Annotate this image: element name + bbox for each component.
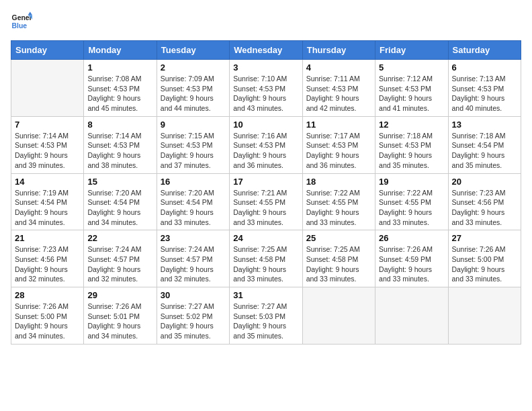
day-number: 19: [379, 177, 444, 187]
day-info: Sunrise: 7:20 AM Sunset: 4:54 PM Dayligh…: [87, 188, 152, 228]
day-info: Sunrise: 7:26 AM Sunset: 5:00 PM Dayligh…: [15, 302, 80, 341]
day-number: 17: [233, 177, 298, 187]
day-info: Sunrise: 7:25 AM Sunset: 4:58 PM Dayligh…: [306, 244, 371, 284]
day-number: 14: [15, 177, 80, 187]
calendar-cell: 18Sunrise: 7:22 AM Sunset: 4:55 PM Dayli…: [302, 173, 375, 230]
day-info: Sunrise: 7:23 AM Sunset: 4:56 PM Dayligh…: [452, 188, 517, 228]
calendar-cell: 28Sunrise: 7:26 AM Sunset: 5:00 PM Dayli…: [11, 287, 84, 345]
weekday-header-sunday: Sunday: [11, 41, 84, 60]
day-info: Sunrise: 7:16 AM Sunset: 4:53 PM Dayligh…: [233, 131, 298, 171]
calendar-cell: 26Sunrise: 7:26 AM Sunset: 4:59 PM Dayli…: [375, 230, 448, 287]
day-number: 20: [452, 177, 517, 187]
day-info: Sunrise: 7:21 AM Sunset: 4:55 PM Dayligh…: [233, 188, 298, 228]
calendar-cell: 16Sunrise: 7:20 AM Sunset: 4:54 PM Dayli…: [157, 173, 229, 230]
calendar-cell: 30Sunrise: 7:27 AM Sunset: 5:02 PM Dayli…: [157, 287, 229, 345]
day-info: Sunrise: 7:12 AM Sunset: 4:53 PM Dayligh…: [379, 74, 444, 113]
calendar-cell: 1Sunrise: 7:08 AM Sunset: 4:53 PM Daylig…: [84, 60, 157, 117]
day-number: 21: [15, 233, 80, 243]
calendar-cell: 27Sunrise: 7:26 AM Sunset: 5:00 PM Dayli…: [448, 230, 521, 287]
day-number: 27: [452, 233, 517, 243]
week-row-5: 28Sunrise: 7:26 AM Sunset: 5:00 PM Dayli…: [11, 287, 521, 345]
calendar-cell: 10Sunrise: 7:16 AM Sunset: 4:53 PM Dayli…: [230, 116, 302, 173]
day-number: 5: [379, 62, 444, 73]
day-info: Sunrise: 7:19 AM Sunset: 4:54 PM Dayligh…: [15, 188, 80, 228]
day-number: 1: [87, 62, 152, 73]
calendar-cell: 5Sunrise: 7:12 AM Sunset: 4:53 PM Daylig…: [375, 60, 448, 117]
day-info: Sunrise: 7:11 AM Sunset: 4:53 PM Dayligh…: [306, 74, 371, 113]
calendar-cell: 31Sunrise: 7:27 AM Sunset: 5:03 PM Dayli…: [230, 287, 302, 345]
day-number: 16: [161, 177, 226, 187]
day-number: 30: [161, 290, 226, 300]
calendar-cell: 13Sunrise: 7:18 AM Sunset: 4:54 PM Dayli…: [448, 116, 521, 173]
calendar-cell: [11, 60, 84, 117]
day-info: Sunrise: 7:09 AM Sunset: 4:53 PM Dayligh…: [161, 74, 226, 113]
day-info: Sunrise: 7:14 AM Sunset: 4:53 PM Dayligh…: [15, 131, 80, 171]
calendar-cell: 12Sunrise: 7:18 AM Sunset: 4:53 PM Dayli…: [375, 116, 448, 173]
day-number: 7: [15, 120, 80, 130]
svg-marker-2: [28, 12, 32, 15]
calendar-cell: 22Sunrise: 7:24 AM Sunset: 4:57 PM Dayli…: [84, 230, 157, 287]
day-info: Sunrise: 7:24 AM Sunset: 4:57 PM Dayligh…: [161, 244, 226, 284]
day-info: Sunrise: 7:15 AM Sunset: 4:53 PM Dayligh…: [161, 131, 226, 171]
day-info: Sunrise: 7:22 AM Sunset: 4:55 PM Dayligh…: [306, 188, 371, 228]
day-info: Sunrise: 7:25 AM Sunset: 4:58 PM Dayligh…: [233, 244, 298, 284]
calendar-body: 1Sunrise: 7:08 AM Sunset: 4:53 PM Daylig…: [11, 60, 521, 345]
calendar-cell: 9Sunrise: 7:15 AM Sunset: 4:53 PM Daylig…: [157, 116, 229, 173]
week-row-4: 21Sunrise: 7:23 AM Sunset: 4:56 PM Dayli…: [11, 230, 521, 287]
calendar-cell: 3Sunrise: 7:10 AM Sunset: 4:53 PM Daylig…: [230, 60, 302, 117]
day-info: Sunrise: 7:18 AM Sunset: 4:54 PM Dayligh…: [452, 131, 517, 171]
calendar-cell: 7Sunrise: 7:14 AM Sunset: 4:53 PM Daylig…: [11, 116, 84, 173]
weekday-header-monday: Monday: [84, 41, 157, 60]
logo: General Blue: [11, 11, 32, 32]
day-info: Sunrise: 7:10 AM Sunset: 4:53 PM Dayligh…: [233, 74, 298, 113]
day-number: 6: [452, 62, 517, 73]
day-info: Sunrise: 7:17 AM Sunset: 4:53 PM Dayligh…: [306, 131, 371, 171]
calendar-cell: 8Sunrise: 7:14 AM Sunset: 4:53 PM Daylig…: [84, 116, 157, 173]
logo-icon: General Blue: [11, 11, 32, 32]
calendar-cell: 14Sunrise: 7:19 AM Sunset: 4:54 PM Dayli…: [11, 173, 84, 230]
day-info: Sunrise: 7:26 AM Sunset: 5:00 PM Dayligh…: [452, 244, 517, 284]
day-info: Sunrise: 7:23 AM Sunset: 4:56 PM Dayligh…: [15, 244, 80, 284]
svg-text:Blue: Blue: [12, 22, 28, 30]
day-number: 8: [87, 120, 152, 130]
calendar-cell: 23Sunrise: 7:24 AM Sunset: 4:57 PM Dayli…: [157, 230, 229, 287]
calendar-cell: [375, 287, 448, 345]
weekday-header-row: SundayMondayTuesdayWednesdayThursdayFrid…: [11, 41, 521, 60]
day-number: 2: [161, 62, 226, 73]
day-number: 22: [87, 233, 152, 243]
day-number: 3: [233, 62, 298, 73]
week-row-3: 14Sunrise: 7:19 AM Sunset: 4:54 PM Dayli…: [11, 173, 521, 230]
weekday-header-saturday: Saturday: [448, 41, 521, 60]
day-info: Sunrise: 7:22 AM Sunset: 4:55 PM Dayligh…: [379, 188, 444, 228]
day-info: Sunrise: 7:26 AM Sunset: 4:59 PM Dayligh…: [379, 244, 444, 284]
day-info: Sunrise: 7:26 AM Sunset: 5:01 PM Dayligh…: [87, 302, 152, 341]
day-info: Sunrise: 7:08 AM Sunset: 4:53 PM Dayligh…: [87, 74, 152, 113]
day-number: 12: [379, 120, 444, 130]
day-number: 15: [87, 177, 152, 187]
weekday-header-thursday: Thursday: [302, 41, 375, 60]
weekday-header-wednesday: Wednesday: [230, 41, 302, 60]
day-info: Sunrise: 7:20 AM Sunset: 4:54 PM Dayligh…: [161, 188, 226, 228]
day-number: 9: [161, 120, 226, 130]
calendar-cell: 24Sunrise: 7:25 AM Sunset: 4:58 PM Dayli…: [230, 230, 302, 287]
day-number: 29: [87, 290, 152, 300]
day-info: Sunrise: 7:14 AM Sunset: 4:53 PM Dayligh…: [87, 131, 152, 171]
calendar-table: SundayMondayTuesdayWednesdayThursdayFrid…: [11, 40, 521, 345]
calendar-cell: [302, 287, 375, 345]
calendar-cell: 2Sunrise: 7:09 AM Sunset: 4:53 PM Daylig…: [157, 60, 229, 117]
day-number: 4: [306, 62, 371, 73]
week-row-1: 1Sunrise: 7:08 AM Sunset: 4:53 PM Daylig…: [11, 60, 521, 117]
day-number: 24: [233, 233, 298, 243]
day-info: Sunrise: 7:18 AM Sunset: 4:53 PM Dayligh…: [379, 131, 444, 171]
day-number: 25: [306, 233, 371, 243]
day-number: 31: [233, 290, 298, 300]
calendar-cell: 6Sunrise: 7:13 AM Sunset: 4:53 PM Daylig…: [448, 60, 521, 117]
day-number: 28: [15, 290, 80, 300]
calendar-cell: 15Sunrise: 7:20 AM Sunset: 4:54 PM Dayli…: [84, 173, 157, 230]
calendar-cell: 21Sunrise: 7:23 AM Sunset: 4:56 PM Dayli…: [11, 230, 84, 287]
calendar-cell: 17Sunrise: 7:21 AM Sunset: 4:55 PM Dayli…: [230, 173, 302, 230]
day-number: 10: [233, 120, 298, 130]
day-number: 23: [161, 233, 226, 243]
calendar-cell: 20Sunrise: 7:23 AM Sunset: 4:56 PM Dayli…: [448, 173, 521, 230]
calendar-cell: [448, 287, 521, 345]
